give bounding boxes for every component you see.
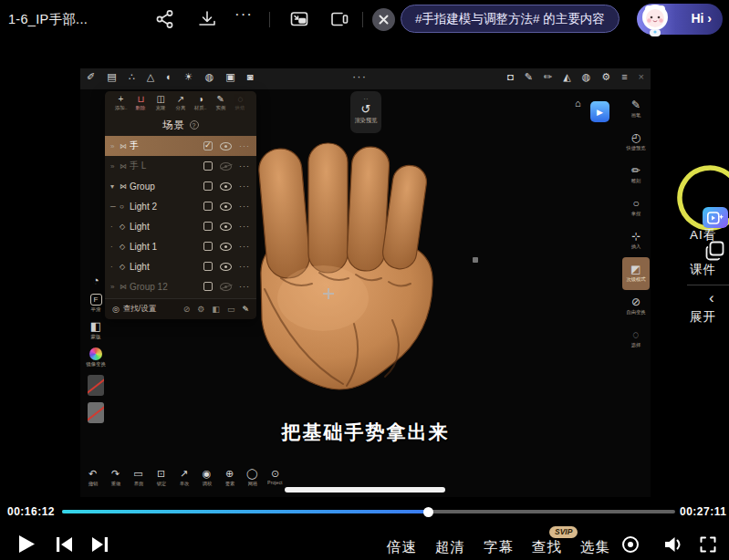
- scene-tool-button[interactable]: ↗分离: [171, 94, 190, 112]
- scene-tool-button[interactable]: +添加..: [111, 94, 130, 112]
- tree-toggle-icon[interactable]: ─: [110, 202, 120, 211]
- bottom-tool-网格[interactable]: ◯网格: [242, 468, 263, 488]
- cast-icon[interactable]: [329, 9, 349, 29]
- share-icon[interactable]: [155, 9, 175, 29]
- pinch-tool[interactable]: ○拿捏: [622, 192, 650, 224]
- bottom-tool-重做[interactable]: ↷重做: [105, 468, 126, 488]
- bottom-tool-要素[interactable]: ⊕要素: [219, 468, 240, 488]
- smooth-tool-icon[interactable]: F平滑: [90, 294, 102, 314]
- nodes-icon[interactable]: ∴: [129, 72, 135, 82]
- courseware-icon[interactable]: [705, 241, 726, 261]
- tree-toggle-icon[interactable]: ·: [110, 243, 120, 251]
- expand-label[interactable]: 展开: [690, 309, 716, 326]
- pip-icon[interactable]: [289, 9, 309, 29]
- folder-icon[interactable]: ▤: [107, 72, 116, 82]
- close-icon[interactable]: [372, 8, 395, 31]
- bottom-tool-单改[interactable]: ↗单改: [173, 468, 194, 488]
- select-tool[interactable]: ◌选择: [622, 323, 650, 356]
- bottom-tool-锁定[interactable]: ⊡锁定: [151, 468, 172, 488]
- scene-tool-button[interactable]: ◫克隆: [151, 94, 171, 112]
- fullscreen-icon[interactable]: [700, 536, 716, 553]
- scene-row[interactable]: »手 L···: [105, 156, 256, 176]
- toolbar-handle[interactable]: ···: [352, 69, 367, 83]
- assistant-button[interactable]: Hi ›: [637, 4, 723, 35]
- footer-icon[interactable]: ⚙: [197, 305, 204, 314]
- player-menu-quality[interactable]: 超清: [435, 538, 465, 557]
- sliders-icon[interactable]: ≡: [621, 72, 627, 82]
- bottom-tool-撤销[interactable]: ↶撤销: [82, 468, 103, 488]
- visibility-eye-icon[interactable]: [220, 182, 232, 191]
- camera-icon[interactable]: ◙: [247, 72, 254, 82]
- scene-row[interactable]: »手···: [105, 136, 256, 156]
- volume-icon[interactable]: [662, 534, 683, 555]
- row-checkbox[interactable]: [203, 181, 213, 191]
- help-icon[interactable]: ?: [190, 120, 199, 130]
- scene-row[interactable]: »Group 12···: [105, 276, 256, 296]
- tree-toggle-icon[interactable]: ·: [110, 223, 120, 231]
- player-menu-subtitles[interactable]: 字幕: [484, 538, 514, 557]
- tree-toggle-icon[interactable]: ·: [110, 263, 120, 271]
- progress-handle[interactable]: [423, 507, 433, 517]
- row-menu-icon[interactable]: ···: [239, 141, 250, 150]
- ai-view-icon[interactable]: [703, 207, 728, 228]
- tree-toggle-icon[interactable]: »: [110, 162, 120, 171]
- hand-model[interactable]: [255, 141, 438, 392]
- row-menu-icon[interactable]: ···: [239, 222, 250, 231]
- scene-row[interactable]: ─Light 2···: [105, 196, 256, 216]
- primitive-icon[interactable]: △: [147, 72, 154, 82]
- row-checkbox[interactable]: [203, 141, 213, 150]
- visibility-eye-icon[interactable]: [220, 202, 232, 211]
- capture-icon[interactable]: ◘: [507, 72, 514, 82]
- pen-icon[interactable]: ✎: [525, 72, 533, 82]
- courseware-label[interactable]: 课件: [690, 262, 716, 278]
- row-menu-icon[interactable]: ···: [239, 161, 250, 171]
- bottom-tool-调校[interactable]: ◉调校: [196, 468, 217, 488]
- topic-search-pill[interactable]: #手指建模与调整方法# 的主要内容: [401, 5, 620, 33]
- material-slot-icon[interactable]: [88, 375, 104, 396]
- marker-icon[interactable]: ✏: [544, 72, 552, 82]
- submode-tool[interactable]: ◩次级模式: [622, 257, 650, 290]
- next-button[interactable]: [91, 536, 109, 553]
- footer-icon[interactable]: ✎: [242, 305, 249, 314]
- bottom-tool-Project[interactable]: ⊙Project: [265, 468, 286, 488]
- find-settings-button[interactable]: ◎ 查找/设置: [112, 304, 156, 315]
- wrench-icon[interactable]: ✐: [87, 72, 95, 82]
- home-icon[interactable]: ⌂: [575, 98, 581, 109]
- visibility-eye-icon[interactable]: [220, 142, 232, 150]
- play-button[interactable]: [16, 534, 36, 555]
- mask-tool-icon[interactable]: ◧蒙版: [90, 320, 101, 341]
- row-menu-icon[interactable]: ···: [239, 181, 250, 191]
- footer-icon[interactable]: ▭: [227, 305, 235, 314]
- image-icon[interactable]: ▣: [225, 72, 234, 82]
- progress-bar[interactable]: [62, 510, 675, 513]
- row-checkbox[interactable]: [203, 242, 213, 251]
- footer-icon[interactable]: ◧: [212, 305, 220, 314]
- visibility-eye-icon[interactable]: [220, 263, 232, 271]
- scene-row[interactable]: ·Light 1···: [105, 236, 256, 256]
- visibility-eye-icon[interactable]: [220, 243, 232, 251]
- matcap-icon[interactable]: ◍: [582, 72, 591, 82]
- color-wheel-icon[interactable]: 镜像变换: [85, 347, 107, 368]
- row-menu-icon[interactable]: ···: [239, 242, 250, 251]
- visibility-eye-icon[interactable]: [220, 223, 232, 231]
- record-icon[interactable]: [621, 535, 640, 554]
- scene-tool-button[interactable]: ◌烘焙: [231, 94, 250, 112]
- row-menu-icon[interactable]: ···: [239, 262, 250, 271]
- row-checkbox[interactable]: [203, 282, 213, 291]
- row-checkbox[interactable]: [203, 161, 213, 171]
- sculpt-tool[interactable]: ✏雕刻: [622, 159, 650, 192]
- row-menu-icon[interactable]: ···: [239, 202, 250, 211]
- scene-tool-button[interactable]: ✎实例: [211, 94, 230, 112]
- tree-toggle-icon[interactable]: »: [110, 283, 120, 291]
- video-frame[interactable]: ✐▤∴△◐☀◍▣◙ ··· ◘✎✏◭◍⚙≡× ·· ↺ 渲染预览 ⌂ ▶ +添加…: [80, 68, 651, 497]
- scene-tool-button[interactable]: ⊔删除: [131, 94, 151, 112]
- tree-toggle-icon[interactable]: ▾: [110, 182, 120, 191]
- floating-widget[interactable]: ·· ↺ 渲染预览: [350, 91, 381, 133]
- player-menu-speed[interactable]: 倍速: [387, 538, 417, 557]
- row-menu-icon[interactable]: ···: [239, 282, 250, 291]
- scene-row[interactable]: ▾Group···: [105, 176, 256, 196]
- sphere-icon[interactable]: ◐: [166, 72, 172, 82]
- visibility-eye-icon[interactable]: [220, 283, 232, 291]
- light-icon[interactable]: ☀: [184, 72, 193, 82]
- move-gizmo[interactable]: [323, 288, 334, 299]
